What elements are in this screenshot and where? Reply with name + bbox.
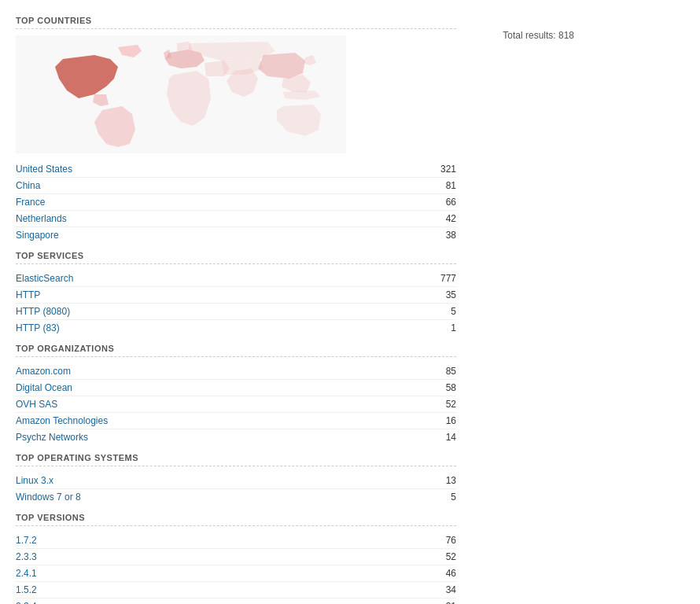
- top-operating-systems-section: TOP OPERATING SYSTEMS Linux 3.x13Windows…: [16, 453, 456, 505]
- countries-list: United States321China81France66Netherlan…: [16, 161, 456, 243]
- table-row: 1.7.276: [16, 532, 456, 549]
- table-row: Amazon Technologies16: [16, 413, 456, 429]
- row-value: 1: [451, 322, 456, 333]
- table-row: China81: [16, 178, 456, 194]
- row-label[interactable]: Netherlands: [16, 213, 67, 224]
- row-value: 42: [446, 213, 456, 224]
- row-value: 66: [446, 197, 456, 208]
- row-label[interactable]: Singapore: [16, 230, 59, 241]
- row-label[interactable]: Linux 3.x: [16, 475, 53, 486]
- row-label[interactable]: OVH SAS: [16, 399, 57, 410]
- top-countries-title: TOP COUNTRIES: [16, 16, 456, 25]
- row-label[interactable]: China: [16, 180, 40, 191]
- row-value: 13: [446, 475, 456, 486]
- row-label[interactable]: Windows 7 or 8: [16, 492, 81, 503]
- row-value: 14: [446, 432, 456, 443]
- row-label[interactable]: Psychz Networks: [16, 432, 88, 443]
- row-value: 46: [446, 568, 456, 579]
- row-value: 16: [446, 415, 456, 426]
- row-value: 777: [440, 273, 456, 284]
- table-row: Netherlands42: [16, 211, 456, 227]
- top-versions-title: TOP VERSIONS: [16, 513, 456, 522]
- table-row: 1.5.234: [16, 582, 456, 598]
- top-services-section: TOP SERVICES ElasticSearch777HTTP35HTTP …: [16, 251, 456, 336]
- table-row: OVH SAS52: [16, 396, 456, 413]
- row-value: 5: [451, 306, 456, 317]
- top-versions-section: TOP VERSIONS 1.7.2762.3.3522.4.1461.5.23…: [16, 513, 456, 604]
- row-value: 38: [446, 230, 456, 241]
- row-label[interactable]: United States: [16, 164, 72, 175]
- row-value: 321: [440, 164, 456, 175]
- row-value: 58: [446, 382, 456, 393]
- row-value: 85: [446, 366, 456, 377]
- row-label[interactable]: HTTP (83): [16, 322, 60, 333]
- world-map: [16, 35, 346, 153]
- row-value: 52: [446, 551, 456, 562]
- row-value: 52: [446, 399, 456, 410]
- row-value: 34: [446, 584, 456, 595]
- row-label[interactable]: HTTP (8080): [16, 306, 70, 317]
- row-value: 35: [446, 289, 456, 300]
- row-label[interactable]: 1.7.2: [16, 535, 37, 546]
- top-countries-section: TOP COUNTRIES: [16, 16, 456, 243]
- top-organizations-section: TOP ORGANIZATIONS Amazon.com85Digital Oc…: [16, 344, 456, 445]
- table-row: France66: [16, 194, 456, 211]
- table-row: HTTP (8080)5: [16, 304, 456, 320]
- row-label[interactable]: Amazon.com: [16, 366, 71, 377]
- table-row: Amazon.com85: [16, 363, 456, 380]
- row-label[interactable]: France: [16, 197, 45, 208]
- row-label[interactable]: Amazon Technologies: [16, 415, 108, 426]
- row-value: 81: [446, 180, 456, 191]
- os-list: Linux 3.x13Windows 7 or 85: [16, 473, 456, 505]
- row-label[interactable]: Digital Ocean: [16, 382, 72, 393]
- row-label[interactable]: 2.4.1: [16, 568, 37, 579]
- top-os-title: TOP OPERATING SYSTEMS: [16, 453, 456, 462]
- table-row: 2.4.146: [16, 565, 456, 582]
- table-row: HTTP35: [16, 287, 456, 304]
- organizations-list: Amazon.com85Digital Ocean58OVH SAS52Amaz…: [16, 363, 456, 445]
- row-value: 5: [451, 492, 456, 503]
- services-list: ElasticSearch777HTTP35HTTP (8080)5HTTP (…: [16, 271, 456, 336]
- table-row: Psychz Networks14: [16, 429, 456, 445]
- row-label[interactable]: 1.5.2: [16, 584, 37, 595]
- row-label[interactable]: ElasticSearch: [16, 273, 73, 284]
- top-organizations-title: TOP ORGANIZATIONS: [16, 344, 456, 353]
- total-results: Total results: 818: [503, 30, 574, 41]
- row-value: 76: [446, 535, 456, 546]
- row-value: 31: [446, 601, 456, 604]
- table-row: United States321: [16, 161, 456, 178]
- table-row: Singapore38: [16, 227, 456, 243]
- world-map-container: [16, 35, 346, 153]
- row-label[interactable]: HTTP: [16, 289, 40, 300]
- table-row: 2.3.352: [16, 549, 456, 565]
- table-row: Digital Ocean58: [16, 380, 456, 396]
- row-label[interactable]: 2.3.3: [16, 551, 37, 562]
- table-row: 2.3.431: [16, 598, 456, 604]
- versions-list: 1.7.2762.3.3522.4.1461.5.2342.3.431: [16, 532, 456, 604]
- top-services-title: TOP SERVICES: [16, 251, 456, 260]
- table-row: ElasticSearch777: [16, 271, 456, 287]
- table-row: Linux 3.x13: [16, 473, 456, 489]
- table-row: HTTP (83)1: [16, 320, 456, 336]
- table-row: Windows 7 or 85: [16, 489, 456, 505]
- row-label[interactable]: 2.3.4: [16, 601, 37, 604]
